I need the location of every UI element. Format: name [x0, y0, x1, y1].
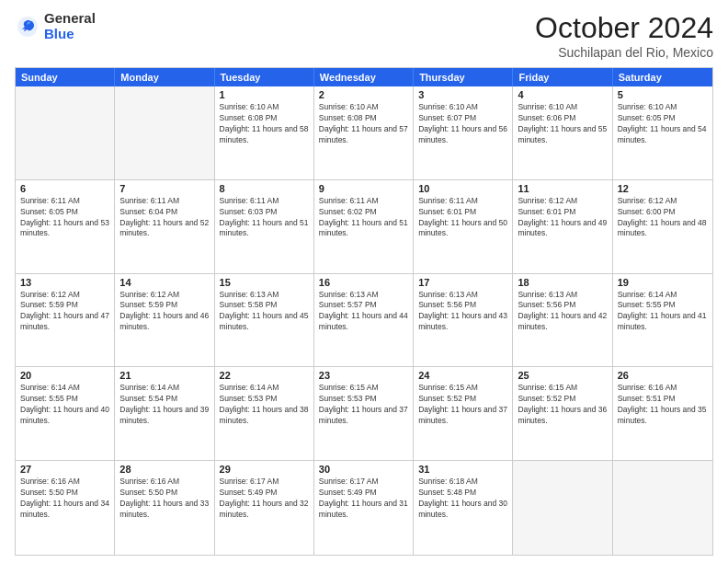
sunset-label: Sunset: 5:56 PM — [418, 300, 476, 309]
day-number: 30 — [319, 464, 408, 475]
table-row: 27 Sunrise: 6:16 AM Sunset: 5:50 PM Dayl… — [16, 461, 115, 555]
sunset-label: Sunset: 6:05 PM — [20, 207, 78, 216]
logo-blue: Blue — [44, 26, 74, 41]
table-row: 26 Sunrise: 6:16 AM Sunset: 5:51 PM Dayl… — [613, 367, 712, 460]
daylight-label: Daylight: 11 hours and 40 minutes. — [20, 405, 109, 425]
table-row: 17 Sunrise: 6:13 AM Sunset: 5:56 PM Dayl… — [414, 274, 513, 367]
sunrise-label: Sunrise: 6:14 AM — [618, 290, 677, 299]
day-number: 16 — [319, 277, 408, 288]
cell-info: Sunrise: 6:11 AM Sunset: 6:05 PM Dayligh… — [20, 196, 109, 240]
cell-info: Sunrise: 6:15 AM Sunset: 5:53 PM Dayligh… — [319, 383, 408, 427]
cell-info: Sunrise: 6:12 AM Sunset: 6:00 PM Dayligh… — [618, 196, 708, 240]
sunrise-label: Sunrise: 6:16 AM — [20, 477, 80, 486]
cell-info: Sunrise: 6:14 AM Sunset: 5:54 PM Dayligh… — [119, 383, 209, 427]
day-number: 6 — [20, 183, 109, 194]
table-row: 16 Sunrise: 6:13 AM Sunset: 5:57 PM Dayl… — [314, 274, 414, 367]
day-number: 8 — [220, 183, 309, 194]
sunrise-label: Sunrise: 6:13 AM — [319, 290, 379, 299]
table-row: 19 Sunrise: 6:14 AM Sunset: 5:55 PM Dayl… — [613, 274, 712, 367]
daylight-label: Daylight: 11 hours and 37 minutes. — [319, 405, 408, 425]
logo-general: General — [44, 10, 96, 26]
cell-info: Sunrise: 6:17 AM Sunset: 5:49 PM Dayligh… — [319, 477, 408, 521]
table-row: 15 Sunrise: 6:13 AM Sunset: 5:58 PM Dayl… — [215, 274, 314, 367]
sunset-label: Sunset: 6:08 PM — [220, 113, 278, 122]
sunset-label: Sunset: 5:57 PM — [319, 300, 377, 309]
calendar-row: 1 Sunrise: 6:10 AM Sunset: 6:08 PM Dayli… — [16, 86, 712, 180]
cell-info: Sunrise: 6:14 AM Sunset: 5:55 PM Dayligh… — [20, 383, 109, 427]
daylight-label: Daylight: 11 hours and 33 minutes. — [119, 499, 209, 519]
daylight-label: Daylight: 11 hours and 41 minutes. — [618, 311, 707, 331]
daylight-label: Daylight: 11 hours and 54 minutes. — [618, 124, 707, 144]
daylight-label: Daylight: 11 hours and 57 minutes. — [319, 124, 408, 144]
logo: General Blue — [15, 11, 96, 41]
daylight-label: Daylight: 11 hours and 44 minutes. — [319, 311, 408, 331]
sunrise-label: Sunrise: 6:16 AM — [119, 477, 179, 486]
calendar: Sunday Monday Tuesday Wednesday Thursday… — [15, 67, 713, 556]
sunset-label: Sunset: 5:54 PM — [119, 394, 177, 403]
sunrise-label: Sunrise: 6:10 AM — [618, 102, 677, 111]
cell-info: Sunrise: 6:16 AM Sunset: 5:50 PM Dayligh… — [20, 477, 109, 521]
header-sunday: Sunday — [16, 68, 115, 86]
sunset-label: Sunset: 6:04 PM — [119, 207, 177, 216]
cell-info: Sunrise: 6:11 AM Sunset: 6:04 PM Dayligh… — [119, 196, 209, 240]
daylight-label: Daylight: 11 hours and 30 minutes. — [418, 499, 507, 519]
header-wednesday: Wednesday — [314, 68, 414, 86]
daylight-label: Daylight: 11 hours and 32 minutes. — [220, 499, 309, 519]
daylight-label: Daylight: 11 hours and 53 minutes. — [20, 218, 109, 238]
sunrise-label: Sunrise: 6:14 AM — [20, 383, 80, 392]
sunset-label: Sunset: 5:48 PM — [418, 488, 476, 497]
cell-info: Sunrise: 6:13 AM Sunset: 5:56 PM Dayligh… — [418, 290, 507, 334]
daylight-label: Daylight: 11 hours and 37 minutes. — [418, 405, 507, 425]
table-row: 18 Sunrise: 6:13 AM Sunset: 5:56 PM Dayl… — [513, 274, 612, 367]
title-block: October 2024 Suchilapan del Rio, Mexico — [535, 11, 713, 60]
cell-info: Sunrise: 6:14 AM Sunset: 5:55 PM Dayligh… — [618, 290, 708, 334]
daylight-label: Daylight: 11 hours and 58 minutes. — [220, 124, 309, 144]
sunrise-label: Sunrise: 6:11 AM — [220, 196, 279, 205]
sunrise-label: Sunrise: 6:12 AM — [518, 196, 577, 205]
table-row: 8 Sunrise: 6:11 AM Sunset: 6:03 PM Dayli… — [215, 180, 314, 273]
table-row: 1 Sunrise: 6:10 AM Sunset: 6:08 PM Dayli… — [215, 86, 314, 179]
cell-info: Sunrise: 6:12 AM Sunset: 6:01 PM Dayligh… — [518, 196, 607, 240]
daylight-label: Daylight: 11 hours and 36 minutes. — [518, 405, 607, 425]
sunset-label: Sunset: 5:50 PM — [20, 488, 78, 497]
table-row: 2 Sunrise: 6:10 AM Sunset: 6:08 PM Dayli… — [314, 86, 414, 179]
table-row — [613, 461, 712, 555]
cell-info: Sunrise: 6:12 AM Sunset: 5:59 PM Dayligh… — [119, 290, 209, 334]
day-number: 25 — [518, 370, 607, 381]
day-number: 5 — [618, 89, 708, 100]
sunset-label: Sunset: 5:49 PM — [220, 488, 278, 497]
sunrise-label: Sunrise: 6:12 AM — [618, 196, 677, 205]
daylight-label: Daylight: 11 hours and 35 minutes. — [618, 405, 707, 425]
sunset-label: Sunset: 6:02 PM — [319, 207, 377, 216]
day-number: 27 — [20, 464, 109, 475]
calendar-row: 20 Sunrise: 6:14 AM Sunset: 5:55 PM Dayl… — [16, 367, 712, 461]
cell-info: Sunrise: 6:13 AM Sunset: 5:58 PM Dayligh… — [220, 290, 309, 334]
sunset-label: Sunset: 6:06 PM — [518, 113, 575, 122]
sunset-label: Sunset: 6:03 PM — [220, 207, 278, 216]
daylight-label: Daylight: 11 hours and 39 minutes. — [119, 405, 209, 425]
sunrise-label: Sunrise: 6:15 AM — [319, 383, 379, 392]
daylight-label: Daylight: 11 hours and 55 minutes. — [518, 124, 607, 144]
sunrise-label: Sunrise: 6:10 AM — [518, 102, 577, 111]
sunset-label: Sunset: 5:59 PM — [119, 300, 177, 309]
cell-info: Sunrise: 6:11 AM Sunset: 6:03 PM Dayligh… — [220, 196, 309, 240]
day-number: 22 — [220, 370, 309, 381]
sunset-label: Sunset: 5:49 PM — [319, 488, 377, 497]
sunrise-label: Sunrise: 6:11 AM — [119, 196, 179, 205]
day-number: 12 — [618, 183, 708, 194]
table-row: 13 Sunrise: 6:12 AM Sunset: 5:59 PM Dayl… — [16, 274, 115, 367]
table-row: 25 Sunrise: 6:15 AM Sunset: 5:52 PM Dayl… — [513, 367, 612, 460]
table-row — [115, 86, 214, 179]
sunrise-label: Sunrise: 6:15 AM — [418, 383, 478, 392]
cell-info: Sunrise: 6:17 AM Sunset: 5:49 PM Dayligh… — [220, 477, 309, 521]
header-monday: Monday — [115, 68, 214, 86]
sunset-label: Sunset: 6:05 PM — [618, 113, 676, 122]
table-row — [513, 461, 612, 555]
cell-info: Sunrise: 6:10 AM Sunset: 6:08 PM Dayligh… — [220, 102, 309, 146]
table-row: 14 Sunrise: 6:12 AM Sunset: 5:59 PM Dayl… — [115, 274, 214, 367]
sunset-label: Sunset: 6:00 PM — [618, 207, 676, 216]
cell-info: Sunrise: 6:14 AM Sunset: 5:53 PM Dayligh… — [220, 383, 309, 427]
calendar-body: 1 Sunrise: 6:10 AM Sunset: 6:08 PM Dayli… — [16, 86, 712, 555]
sunset-label: Sunset: 6:07 PM — [418, 113, 476, 122]
cell-info: Sunrise: 6:16 AM Sunset: 5:50 PM Dayligh… — [119, 477, 209, 521]
